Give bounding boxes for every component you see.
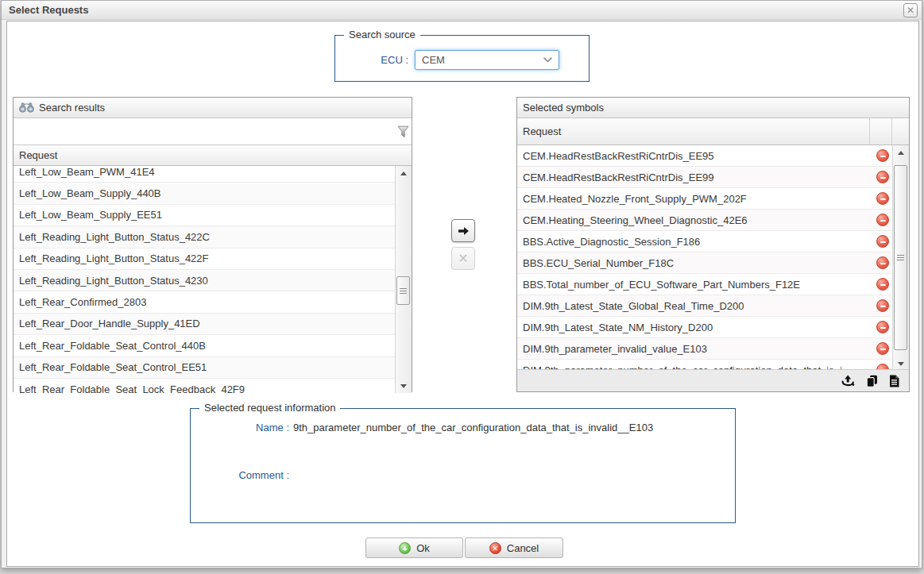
selected-symbols-panel: Selected symbols Request CEM.HeadRestBac… [516,97,910,392]
name-label: Name : [191,422,289,433]
remove-minus-icon[interactable] [876,278,889,291]
filter-row [14,118,412,145]
arrow-right-icon [458,226,470,236]
remove-minus-icon[interactable] [876,256,889,269]
remove-column [869,118,891,144]
ecu-label: ECU : [335,54,408,66]
ok-button[interactable]: + Ok [365,537,463,558]
selected-symbols-rows: CEM.HeadRestBackRestRiCntrDis_EE95 CEM.H… [517,145,891,371]
search-results-rows: Left_Low_Beam_PWM_41E4 Left_Low_Beam_Sup… [14,166,395,393]
comment-label: Comment : [191,469,289,481]
list-item[interactable]: Left_Low_Beam_Supply_440B [14,183,395,204]
table-row[interactable]: DIM.9th_Latest_State_Global_Real_Time_D2… [517,295,891,317]
selected-symbols-toolbar [517,369,909,391]
chevron-down-icon [543,57,552,63]
list-item[interactable]: Left_Low_Beam_PWM_41E4 [14,166,395,183]
search-results-column-header[interactable]: Request [14,145,412,166]
search-results-list: Left_Low_Beam_PWM_41E4 Left_Low_Beam_Sup… [14,166,412,393]
select-requests-dialog: Select Requests ✕ Search source ECU : CE… [1,0,922,568]
ok-button-label: Ok [416,542,430,554]
cancel-button[interactable]: ✕ Cancel [465,537,563,558]
funnel-icon[interactable] [397,125,409,141]
table-row[interactable]: CEM.HeadRestBackRestRiCntrDis_EE99 [517,167,891,188]
selected-symbols-header: Selected symbols [517,98,909,118]
remove-minus-icon[interactable] [876,171,889,183]
scrollbar-spacer [891,118,909,144]
dialog-title: Select Requests [9,4,88,16]
remove-minus-icon[interactable] [876,342,889,355]
document-icon[interactable] [889,375,899,387]
comment-row: Comment : [191,469,730,481]
scroll-down-icon[interactable] [396,379,412,393]
table-row[interactable]: DIM.9th_parameter_invalid_value_E103 [517,338,891,360]
remove-minus-icon[interactable] [876,235,889,248]
cancel-button-label: Cancel [507,542,539,554]
name-value: 9th_parameter_number_of_the_car_configur… [289,422,653,433]
remove-minus-icon[interactable] [876,214,889,226]
search-results-title: Search results [39,102,105,114]
right-scrollbar[interactable] [892,145,909,371]
clear-x-icon[interactable]: ✕ [451,247,475,270]
selected-symbols-title: Selected symbols [523,102,604,114]
name-row: Name : 9th_parameter_number_of_the_car_c… [191,422,730,433]
dialog-titlebar: Select Requests ✕ [2,1,922,20]
dialog-content: Search source ECU : CEM [6,21,919,567]
search-results-panel: Search results Request [13,97,412,392]
cancel-x-icon: ✕ [489,542,501,554]
close-icon[interactable]: ✕ [903,3,918,17]
table-row[interactable]: BBS.Total_number_of_ECU_Software_Part_Nu… [517,274,891,295]
table-row[interactable]: CEM.Heated_Nozzle_Front_Supply_PWM_202F [517,188,891,210]
list-item[interactable]: Left_Reading_Light_Button_Status_4230 [14,270,395,291]
ecu-dropdown[interactable]: CEM [415,50,559,70]
list-item[interactable]: Left_Reading_Light_Button_Status_422F [14,248,395,270]
comment-value [289,469,293,481]
remove-minus-icon[interactable] [876,149,889,162]
ecu-dropdown-value: CEM [422,54,445,66]
add-selected-button[interactable] [451,219,475,242]
table-row[interactable]: DIM.9th_Latest_State_NM_History_D200 [517,317,891,338]
remove-minus-icon[interactable] [876,192,889,205]
list-item[interactable]: Left_Rear_Foldable_Seat_Lock_Feedback_42… [14,379,395,393]
left-scrollbar[interactable] [395,166,412,393]
request-column-label: Request [517,125,869,137]
filter-input[interactable] [14,118,394,144]
binoculars-icon [19,102,34,113]
table-row[interactable]: CEM.Heating_Steering_Wheel_Diagnostic_42… [517,210,891,231]
request-info-fieldset: Selected request information Name : 9th_… [190,408,736,523]
ok-plus-icon: + [399,542,411,554]
list-item[interactable]: Left_Reading_Light_Button_Status_422C [14,226,395,248]
table-row[interactable]: BBS.ECU_Serial_Number_F18C [517,252,891,274]
scroll-up-icon[interactable] [893,145,909,160]
copy-icon[interactable] [866,375,878,387]
left-scrollbar-thumb[interactable] [396,276,410,305]
list-item[interactable]: Left_Rear_Confirmed_2803 [14,291,395,313]
list-item[interactable]: Left_Rear_Door_Handle_Supply_41ED [14,314,395,335]
remove-minus-icon[interactable] [876,321,889,333]
scroll-up-icon[interactable] [396,166,412,180]
right-scrollbar-thumb[interactable] [894,165,907,350]
request-column-label: Request [14,149,412,161]
request-info-legend: Selected request information [199,402,340,414]
table-row[interactable]: CEM.HeadRestBackRestRiCntrDis_EE95 [517,145,891,167]
list-item[interactable]: Left_Low_Beam_Supply_EE51 [14,205,395,226]
remove-minus-icon[interactable] [876,299,889,312]
search-results-header: Search results [14,98,412,118]
list-item[interactable]: Left_Rear_Foldable_Seat_Control_440B [14,335,395,356]
search-source-fieldset: Search source ECU : CEM [334,35,590,82]
selected-symbols-list: CEM.HeadRestBackRestRiCntrDis_EE95 CEM.H… [517,145,909,371]
search-source-legend: Search source [344,29,420,40]
upload-icon[interactable] [841,375,855,387]
table-row[interactable]: BBS.Active_Diagnostic_Session_F186 [517,231,891,252]
screen: Select Requests ✕ Search source ECU : CE… [0,0,924,574]
list-item[interactable]: Left_Rear_Foldable_Seat_Control_EE51 [14,357,395,379]
selected-symbols-column-header[interactable]: Request [517,118,909,145]
